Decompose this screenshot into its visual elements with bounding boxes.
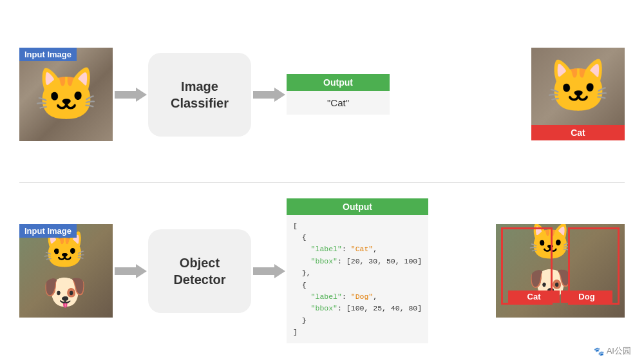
result-cat-label: Cat xyxy=(531,125,625,140)
watermark-icon: 🐾 xyxy=(594,347,604,356)
bbox-dog-label: Dog xyxy=(561,291,612,303)
divider xyxy=(19,182,625,183)
svg-marker-2 xyxy=(115,264,147,278)
bottom-input-label: Input Image xyxy=(19,224,77,238)
bottom-input-image-box: Input Image xyxy=(19,224,113,318)
object-detector-box: Object Detector xyxy=(148,229,251,313)
arrow-4-svg xyxy=(253,262,285,281)
bbox-cat-label: Cat xyxy=(508,291,560,303)
arrow-3-svg xyxy=(115,262,147,281)
bottom-arrow-2 xyxy=(251,262,287,281)
cat-face xyxy=(19,48,113,141)
image-classifier-box: Image Classifier xyxy=(148,53,251,137)
bbox-cat: Cat xyxy=(501,227,553,305)
result-cat-img xyxy=(531,48,625,125)
bbox-dog: Dog xyxy=(568,227,620,305)
bottom-result-image: Cat Dog xyxy=(496,224,625,318)
watermark: 🐾 AI公园 xyxy=(594,345,631,357)
svg-marker-1 xyxy=(253,88,285,102)
svg-marker-0 xyxy=(115,88,147,102)
bottom-cat-dog-image xyxy=(19,224,113,318)
top-row: Input Image Image Classifier Output "Cat… xyxy=(19,13,625,176)
top-output-value: "Cat" xyxy=(287,91,390,115)
svg-marker-3 xyxy=(253,264,285,278)
arrow-2-svg xyxy=(253,85,285,104)
top-arrow-2 xyxy=(251,85,287,104)
top-output-box: Output "Cat" xyxy=(287,74,390,115)
top-arrow-1 xyxy=(113,85,148,104)
bottom-row: Input Image Object Detector Output [ { "… xyxy=(19,189,625,352)
top-output-header: Output xyxy=(287,74,390,91)
top-cat-image xyxy=(19,48,113,141)
top-input-label: Input Image xyxy=(19,48,77,61)
watermark-text: AI公园 xyxy=(607,345,631,357)
top-result-image: Cat xyxy=(531,48,625,141)
bottom-output-json: [ { "label": "Cat", "bbox": [20, 30, 50,… xyxy=(287,215,428,344)
bottom-output-box: Output [ { "label": "Cat", "bbox": [20, … xyxy=(287,198,428,344)
image-classifier-label: Image Classifier xyxy=(171,78,229,111)
arrow-1-svg xyxy=(115,85,147,104)
object-detector-label: Object Detector xyxy=(173,254,225,288)
diagram-container: Input Image Image Classifier Output "Cat… xyxy=(0,0,644,362)
bottom-output-header: Output xyxy=(287,198,428,215)
bottom-arrow-1 xyxy=(113,262,148,281)
top-input-image-box: Input Image xyxy=(19,48,113,141)
